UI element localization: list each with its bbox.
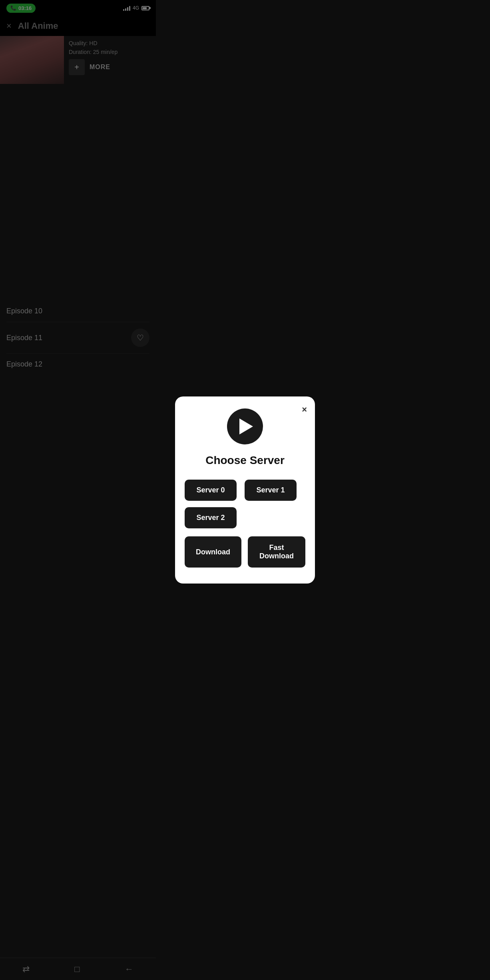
- modal-overlay: [0, 0, 156, 380]
